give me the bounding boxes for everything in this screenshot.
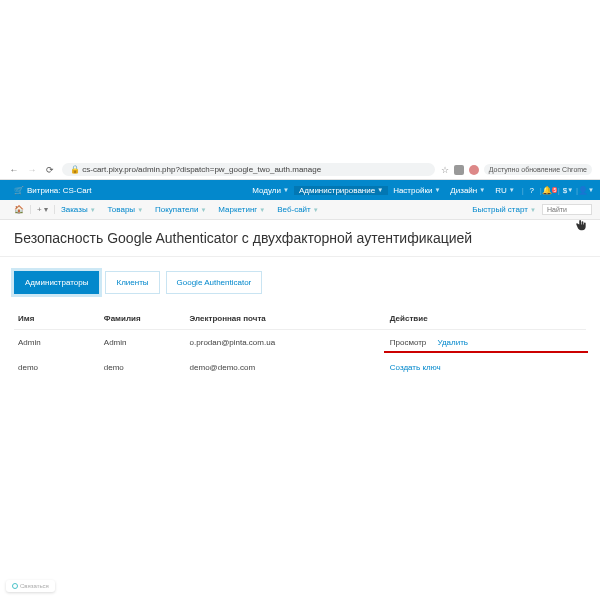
support-widget[interactable]: Связаться [6, 580, 55, 592]
view-link[interactable]: Просмотр [390, 338, 427, 347]
cell-email: o.prodan@pinta.com.ua [186, 330, 386, 356]
cursor-hand-icon [574, 218, 588, 232]
chrome-update-button[interactable]: Доступно обновление Chrome [484, 164, 592, 175]
menu-addons[interactable]: Модули▼ [247, 186, 294, 195]
cell-name: demo [14, 355, 100, 380]
delete-link[interactable]: Удалить [437, 338, 468, 347]
menu-language[interactable]: RU▼ [490, 186, 520, 195]
support-label: Связаться [20, 583, 49, 589]
tab-admins[interactable]: Администраторы [14, 271, 99, 294]
storefront-brand[interactable]: 🛒 Витрина: CS-Cart [8, 186, 98, 195]
back-icon[interactable]: ← [8, 164, 20, 176]
table-row: demo demo demo@demo.com Создать ключ [14, 355, 586, 380]
cell-surname: demo [100, 355, 186, 380]
menu-administration[interactable]: Администрирование▼ [294, 186, 388, 195]
notifications-icon[interactable]: 🔔5 [544, 184, 556, 196]
col-email: Электронная почта [186, 308, 386, 330]
tab-google-authenticator[interactable]: Google Authenticator [166, 271, 263, 294]
col-name: Имя [14, 308, 100, 330]
ext-icon-1[interactable] [454, 165, 464, 175]
submenu-website[interactable]: Веб-сайт▼ [271, 205, 324, 214]
user-menu-icon[interactable]: 👤▼ [580, 184, 592, 196]
menu-design[interactable]: Дизайн▼ [445, 186, 490, 195]
ext-icon-2[interactable] [469, 165, 479, 175]
star-icon[interactable]: ☆ [441, 165, 449, 175]
annotation-underline [384, 351, 588, 353]
home-icon[interactable]: 🏠 [8, 205, 31, 214]
cart-icon: 🛒 [14, 186, 24, 195]
tab-clients[interactable]: Клиенты [105, 271, 159, 294]
page-title: Безопасность Google Authenticator с двух… [0, 220, 600, 257]
url-text: cs-cart.pixy.pro/admin.php?dispatch=pw_g… [82, 165, 321, 174]
top-navbar: 🛒 Витрина: CS-Cart Модули▼ Администриров… [0, 180, 600, 200]
submenu-customers[interactable]: Покупатели▼ [149, 205, 212, 214]
col-surname: Фамилия [100, 308, 186, 330]
cart-status-icon[interactable]: $▼ [562, 184, 574, 196]
brand-label: Витрина: CS-Cart [27, 186, 92, 195]
add-icon[interactable]: + ▾ [31, 205, 55, 214]
forward-icon[interactable]: → [26, 164, 38, 176]
help-icon[interactable]: ? [526, 184, 538, 196]
submenu-marketing[interactable]: Маркетинг▼ [212, 205, 271, 214]
tabs-row: Администраторы Клиенты Google Authentica… [0, 257, 600, 308]
cell-surname: Admin [100, 330, 186, 356]
search-input[interactable] [542, 204, 592, 215]
support-icon [12, 583, 18, 589]
cell-name: Admin [14, 330, 100, 356]
lock-icon: 🔒 [70, 165, 80, 174]
menu-settings[interactable]: Настройки▼ [388, 186, 445, 195]
admins-table: Имя Фамилия Электронная почта Действие A… [14, 308, 586, 380]
table-row: Admin Admin o.prodan@pinta.com.ua Просмо… [14, 330, 586, 356]
create-key-link[interactable]: Создать ключ [390, 363, 441, 372]
quickstart-button[interactable]: Быстрый старт ▼ [466, 205, 542, 214]
col-action: Действие [386, 308, 586, 330]
submenu-orders[interactable]: Заказы▼ [55, 205, 102, 214]
sub-navbar: 🏠 + ▾ Заказы▼ Товары▼ Покупатели▼ Маркет… [0, 200, 600, 220]
submenu-products[interactable]: Товары▼ [102, 205, 149, 214]
reload-icon[interactable]: ⟳ [44, 164, 56, 176]
browser-toolbar: ← → ⟳ 🔒 cs-cart.pixy.pro/admin.php?dispa… [0, 160, 600, 180]
url-bar[interactable]: 🔒 cs-cart.pixy.pro/admin.php?dispatch=pw… [62, 163, 435, 176]
cell-email: demo@demo.com [186, 355, 386, 380]
